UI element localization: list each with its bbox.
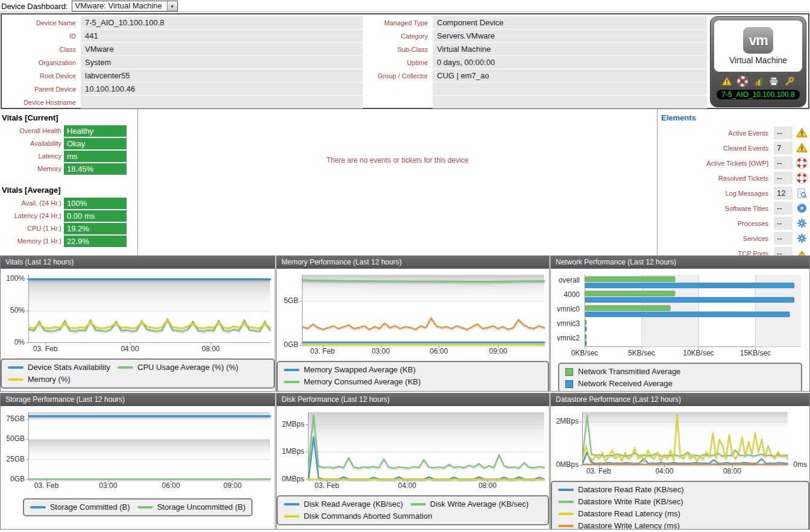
elements-label[interactable]: Software Titles <box>725 205 768 212</box>
warning-icon[interactable] <box>796 127 808 139</box>
legend-swatch <box>284 381 300 383</box>
legend-item[interactable]: Datastore Read Rate (KB/sec) <box>558 484 802 496</box>
legend-item[interactable]: Network Transmitted Average <box>565 366 795 378</box>
elements-label[interactable]: Active Tickets [OWP] <box>706 160 768 167</box>
legend-row: Memory Swapped Average (KB)Memory Consum… <box>277 361 549 392</box>
plot-area: 0%50%100% <box>1 275 275 343</box>
vitals-label: Availability <box>0 140 64 147</box>
category-label: overall <box>559 276 580 284</box>
legend-swatch <box>30 506 46 509</box>
device-info-right: Managed TypeComponent DeviceCategoryServ… <box>365 16 707 107</box>
legend-item[interactable]: Memory Swapped Average (KB) <box>284 364 542 376</box>
legend-swatch <box>284 515 300 518</box>
vitals-average-rows: Avail. (24 Hr.)100%Latency (24 Hr.)0.00 … <box>0 197 137 247</box>
gear-icon[interactable] <box>796 233 808 245</box>
info-value: 10.100.100.46 <box>81 83 363 95</box>
info-value: Component Device <box>433 16 707 29</box>
elements-label[interactable]: Processes <box>738 220 768 227</box>
dashboard-select[interactable]: VMware: Virtual Machine ▼ <box>72 1 178 11</box>
device-badge[interactable]: vm Virtual Machine 7-5_AIO_10.100.100.8 <box>710 16 806 107</box>
device-type-label: Virtual Machine <box>729 55 787 65</box>
info-row: Root Devicelabvcenter55 <box>4 69 363 82</box>
y-axis: 0MBps2MBps <box>551 412 582 465</box>
legend-item[interactable]: Memory (%) <box>8 374 268 386</box>
legend-item[interactable]: Memory Active Average (KB) <box>416 388 536 392</box>
info-label: Class <box>4 46 81 53</box>
signal-bars-icon[interactable] <box>753 76 764 87</box>
legend-label: Memory Active Average (KB) <box>436 388 536 392</box>
elements-row: Resolved Tickets-- <box>658 171 810 186</box>
legend-items: Network Transmitted AverageNetwork Recei… <box>565 366 795 390</box>
x-axis-label: 04:00 <box>655 467 673 475</box>
vitals-label: Overall Health <box>0 127 64 134</box>
info-row: CategoryServers.VMware <box>365 30 707 42</box>
printer-icon[interactable] <box>768 76 779 87</box>
info-row <box>365 83 707 95</box>
elements-label[interactable]: Cleared Events <box>723 145 768 152</box>
gear-icon[interactable] <box>796 217 808 230</box>
device-dashboard-label: Device Dashboard: <box>1 2 68 11</box>
port-icon[interactable] <box>796 248 808 256</box>
elements-value: -- <box>774 202 793 214</box>
info-value: Servers.VMware <box>433 30 707 42</box>
legend-item[interactable]: Datastore Write Rate (KB/sec) <box>558 496 802 508</box>
legend-item[interactable]: CPU Usage Average (%) (%) <box>118 361 238 374</box>
ticket-lifering-icon[interactable] <box>737 76 748 87</box>
vitals-row: Memory18.45% <box>0 163 137 175</box>
legend-item[interactable]: Disk Read Average (KB/sec) <box>284 498 403 510</box>
legend-label: Device Stats Availability <box>28 361 110 374</box>
chevron-down-icon[interactable]: ▼ <box>167 1 177 11</box>
vitals-row: AvailabilityOkay <box>0 137 137 149</box>
info-label: Uptime <box>365 59 433 66</box>
log-search-icon[interactable] <box>796 187 808 199</box>
legend-label: Datastore Read Rate (KB/sec) <box>578 484 684 496</box>
elements-row: Software Titles-- <box>658 201 810 216</box>
y-axis: 0MBps1MBps2MBps <box>277 412 308 480</box>
vitals-row: Overall HealthHealthy <box>0 125 137 137</box>
legend-item[interactable]: Memory Balloon Average (KB) <box>284 388 409 392</box>
legend-items: Device Stats AvailabilityCPU Usage Avera… <box>8 361 268 386</box>
elements-label[interactable]: Resolved Tickets <box>718 175 768 182</box>
legend-item[interactable]: Disk Commands Aborted Summation <box>284 510 542 522</box>
legend-item[interactable]: Datastore Read Latency (ms) <box>558 508 802 520</box>
elements-label[interactable]: Active Events <box>728 130 768 137</box>
chart-body: 0%50%100%03. Feb04:0008:00Device Stats A… <box>1 269 275 391</box>
elements-row: Processes-- <box>658 216 810 231</box>
x-axis-label: 09:00 <box>224 481 242 490</box>
plot-area: 0GB5GB <box>277 275 549 345</box>
legend-item[interactable]: Network Received Average <box>565 378 795 390</box>
warning-icon[interactable] <box>796 142 808 154</box>
legend-item[interactable]: Datastore Write Latency (ms) <box>558 520 802 530</box>
x-axis-label: 06:00 <box>162 481 180 490</box>
elements-label[interactable]: TCP Ports <box>738 250 768 256</box>
chart-body: 0MBps2MBps03. Feb04:0008:00Datastore Rea… <box>551 406 809 530</box>
vitals-label: Latency (24 Hr.) <box>0 212 64 219</box>
legend-item[interactable]: Storage Uncommitted (B) <box>137 501 246 513</box>
wrench-icon[interactable] <box>784 76 795 87</box>
legend-label: Network Transmitted Average <box>578 366 680 378</box>
category-label: 4000 <box>564 290 580 299</box>
elements-label[interactable]: Services <box>743 235 768 242</box>
y-axis-label: 0GB <box>284 340 298 349</box>
legend-items: Storage Committed (B)Storage Uncommitted… <box>30 501 246 513</box>
info-row: Group / CollectorCUG | em7_ao <box>365 69 707 82</box>
y-axis-label: 2MBps <box>556 417 579 425</box>
x-axis-label: 03:00 <box>372 347 390 355</box>
legend-row: Datastore Read Rate (KB/sec)Datastore Wr… <box>551 481 809 530</box>
middle-section: Vitals [Current] Overall HealthHealthyAv… <box>0 109 810 255</box>
elements-label[interactable]: Log Messages <box>725 190 768 197</box>
legend-item[interactable]: Storage Committed (B) <box>30 501 130 513</box>
events-area: There are no events or tickets for this … <box>138 109 657 255</box>
info-value <box>433 96 707 108</box>
software-disc-icon[interactable] <box>796 202 808 214</box>
chart-body: 0GB5GB03. Feb03:0006:0009:00Memory Swapp… <box>277 269 549 392</box>
ticket-lifering-icon[interactable] <box>796 157 808 169</box>
x-axis-label: 03. Feb <box>34 481 59 490</box>
ticket-lifering-icon[interactable] <box>796 172 808 184</box>
legend-item[interactable]: Device Stats Availability <box>8 361 110 374</box>
warning-icon[interactable] <box>721 76 732 87</box>
legend-item[interactable]: Disk Write Average (KB/sec) <box>410 498 529 510</box>
legend-item[interactable]: Memory Consumed Average (KB) <box>284 376 542 388</box>
chart-title: Memory Performance (Last 12 hours) <box>277 256 549 269</box>
chart-panel-datastore: Datastore Performance (Last 12 hours)0MB… <box>550 393 810 530</box>
